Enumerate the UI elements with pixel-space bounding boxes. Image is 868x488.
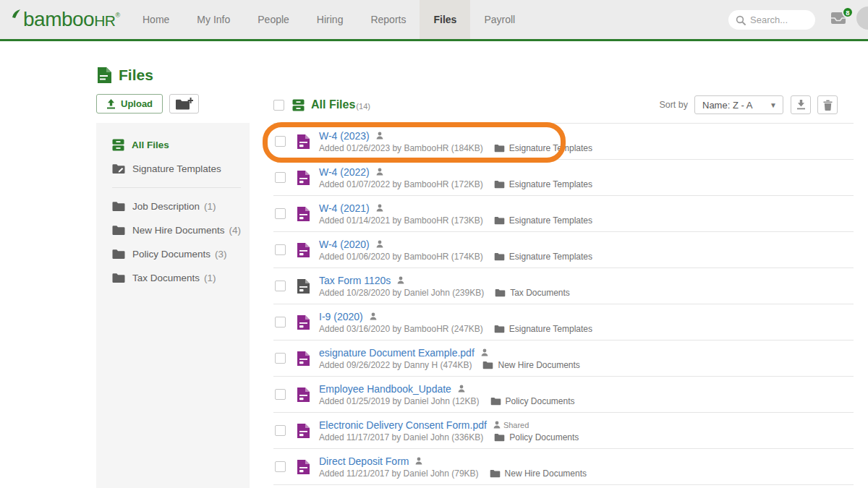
nav-item-files[interactable]: Files xyxy=(420,0,470,39)
shared-badge xyxy=(376,240,386,248)
folder-count: (1) xyxy=(204,273,216,283)
file-name-link[interactable]: Tax Form 1120s xyxy=(319,275,391,286)
file-row: Tax Form 1120s Added 10/28/2020 by Danie… xyxy=(273,268,854,304)
sidebar-folder-item[interactable]: Policy Documents (3) xyxy=(96,242,250,266)
person-icon xyxy=(458,385,465,393)
file-meta: Added 01/06/2020 by BambooHR (174KB) xyxy=(319,252,483,262)
row-checkbox[interactable] xyxy=(275,208,286,219)
document-file-icon xyxy=(297,387,310,403)
folder-tag[interactable]: Tax Documents xyxy=(495,288,570,298)
folder-tag-label: Tax Documents xyxy=(510,288,570,298)
download-button[interactable] xyxy=(791,95,811,114)
nav-item-my-info[interactable]: My Info xyxy=(183,0,244,39)
chevron-down-icon: ▼ xyxy=(770,101,777,109)
row-checkbox[interactable] xyxy=(275,425,286,436)
sort-controls: Sort by Name: Z - A ▼ xyxy=(659,95,854,114)
files-toolbar: Upload xyxy=(96,94,199,114)
file-row: W-4 (2022) Added 01/07/2022 by BambooHR … xyxy=(273,160,854,196)
person-icon xyxy=(376,240,383,248)
folder-tag[interactable]: Esignature Templates xyxy=(494,324,592,334)
folder-tag[interactable]: New Hire Documents xyxy=(490,468,587,479)
trash-button[interactable] xyxy=(817,95,838,114)
file-row: Direct Deposit Form Added 11/21/2017 by … xyxy=(273,449,854,485)
row-checkbox[interactable] xyxy=(275,353,286,364)
folder-tag[interactable]: Esignature Templates xyxy=(494,143,592,153)
file-row-text: W-4 (2020) Added 01/06/2020 by BambooHR … xyxy=(319,239,592,262)
download-icon xyxy=(796,100,806,110)
folder-tag-label: Policy Documents xyxy=(506,396,575,406)
sidebar-item-label: All Files xyxy=(132,140,169,150)
nav-item-payroll[interactable]: Payroll xyxy=(470,0,529,39)
folder-tag[interactable]: Esignature Templates xyxy=(494,179,592,189)
nav-item-people[interactable]: People xyxy=(244,0,303,39)
global-search[interactable] xyxy=(728,10,815,30)
files-sidebar: All Files Signature Templates Job Descri… xyxy=(96,123,250,488)
folder-tag-label: New Hire Documents xyxy=(498,360,579,370)
upload-button[interactable]: Upload xyxy=(96,94,163,114)
bamboohr-logo[interactable]: bamboo HR ® xyxy=(12,7,120,35)
row-checkbox[interactable] xyxy=(275,317,286,328)
file-name-link[interactable]: W-4 (2021) xyxy=(319,202,370,214)
row-checkbox[interactable] xyxy=(275,172,286,183)
select-all-checkbox[interactable] xyxy=(273,100,284,111)
folder-icon xyxy=(112,249,125,260)
folder-icon xyxy=(490,397,501,406)
row-checkbox[interactable] xyxy=(275,389,286,400)
folder-tag[interactable]: New Hire Documents xyxy=(482,360,579,370)
sidebar-folder-item[interactable]: Job Description (1) xyxy=(96,194,250,218)
nav-item-label: Reports xyxy=(370,14,406,25)
file-name-link[interactable]: I-9 (2020) xyxy=(319,311,363,322)
file-name-link[interactable]: Electronic Delivery Consent Form.pdf xyxy=(319,419,487,431)
upload-button-label: Upload xyxy=(121,98,153,109)
folder-label: Policy Documents xyxy=(132,249,210,260)
person-icon xyxy=(376,204,383,212)
sort-dropdown[interactable]: Name: Z - A ▼ xyxy=(694,95,783,114)
sidebar-folder-item[interactable]: New Hire Documents (4) xyxy=(96,218,250,242)
nav-item-label: Files xyxy=(433,14,456,25)
file-name-link[interactable]: W-4 (2020) xyxy=(319,239,370,250)
nav-item-hiring[interactable]: Hiring xyxy=(303,0,357,39)
document-file-icon xyxy=(297,351,310,367)
search-input[interactable] xyxy=(750,14,808,25)
sidebar-item-all-files[interactable]: All Files xyxy=(96,133,250,157)
folder-tag[interactable]: Policy Documents xyxy=(494,432,579,442)
shared-badge xyxy=(415,457,425,465)
new-folder-button[interactable] xyxy=(169,94,199,114)
upload-icon xyxy=(106,99,116,109)
folder-count: (1) xyxy=(204,201,216,212)
nav-item-reports[interactable]: Reports xyxy=(357,0,420,39)
file-name-link[interactable]: W-4 (2023) xyxy=(319,130,370,142)
folder-tag[interactable]: Esignature Templates xyxy=(494,252,592,262)
avatar[interactable] xyxy=(856,7,868,30)
nav-item-home[interactable]: Home xyxy=(129,0,183,39)
file-name-link[interactable]: Direct Deposit Form xyxy=(319,455,409,467)
notification-count-badge: 8 xyxy=(842,7,854,18)
row-checkbox[interactable] xyxy=(275,461,286,472)
document-file-icon xyxy=(297,206,310,222)
file-row: Employee Handbook_Update Added 01/25/201… xyxy=(273,377,854,413)
folder-icon xyxy=(112,273,125,283)
file-row-text: I-9 (2020) Added 03/16/2020 by BambooHR … xyxy=(319,311,592,334)
row-checkbox[interactable] xyxy=(275,281,286,291)
sidebar-divider xyxy=(112,187,241,188)
shared-label: Shared xyxy=(503,421,529,429)
all-files-header: All Files (14) Sort by Name: Z - A ▼ xyxy=(273,95,854,115)
inbox-notification-button[interactable]: 8 xyxy=(830,11,849,28)
folder-icon xyxy=(112,225,125,236)
row-checkbox[interactable] xyxy=(275,136,286,147)
shared-badge xyxy=(397,276,407,284)
folder-icon xyxy=(112,201,125,212)
file-name-link[interactable]: W-4 (2022) xyxy=(319,166,370,178)
sidebar-folder-item[interactable]: Tax Documents (1) xyxy=(96,266,250,290)
file-name-link[interactable]: Employee Handbook_Update xyxy=(319,383,451,395)
folder-label: Job Description xyxy=(132,201,200,212)
file-row: Electronic Delivery Consent Form.pdf Sha… xyxy=(273,413,854,449)
document-file-icon xyxy=(297,459,310,475)
file-name-link[interactable]: esignature Document Example.pdf xyxy=(319,347,475,359)
row-checkbox[interactable] xyxy=(275,244,286,255)
registered-mark: ® xyxy=(116,7,121,23)
folder-tag[interactable]: Policy Documents xyxy=(490,396,575,406)
folder-tag[interactable]: Esignature Templates xyxy=(494,215,592,226)
bamboo-leaf-icon xyxy=(12,9,22,23)
sidebar-item-signature-templates[interactable]: Signature Templates xyxy=(96,157,250,181)
